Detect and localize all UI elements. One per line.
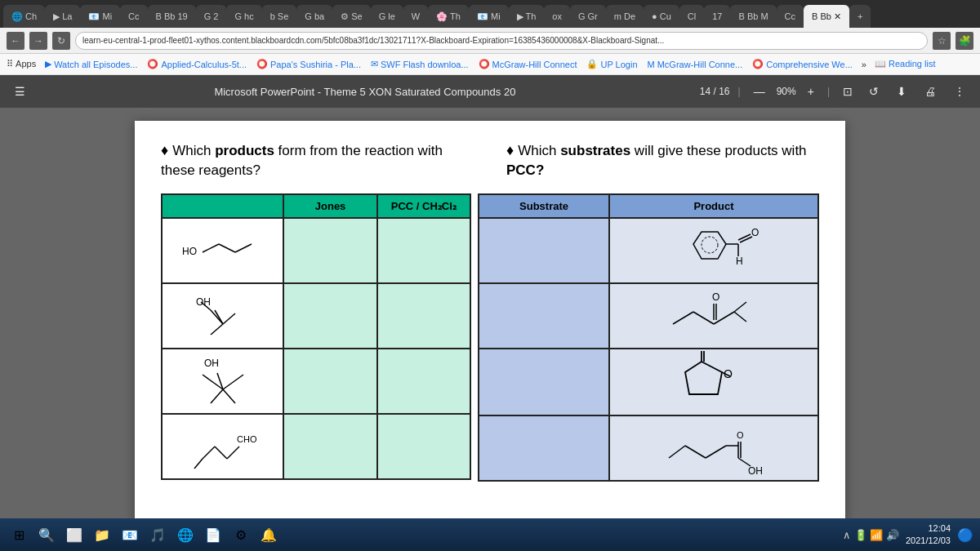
mcgraw1-icon: ⭕ [479,59,490,69]
svg-text:O: O [712,291,719,303]
bookmark-swf-label: SWF Flash downloa... [381,60,469,69]
tab-la[interactable]: ▶ La [45,5,80,28]
compound-cell-1: HO [162,218,283,283]
tab-w[interactable]: W [403,5,428,28]
svg-text:OH: OH [748,465,763,477]
bullet-left: ♦ [161,142,172,158]
bookmark-comp[interactable]: ⭕ Comprehensive We... [748,57,857,71]
svg-line-13 [223,375,243,389]
zoom-minus-button[interactable]: — [749,83,770,100]
reading-list[interactable]: 📖 Reading list [875,59,936,69]
rotate-button[interactable]: ↺ [864,83,884,100]
bookmark-up[interactable]: 🔒 UP Login [582,57,641,71]
taskbar-search-icon[interactable]: 🔍 [34,522,59,547]
tab-bb19[interactable]: B Bb 19 [148,5,196,28]
pcc-header: PCC / CH₂Cl₂ [377,194,470,218]
svg-marker-38 [685,362,722,394]
tab-cl[interactable]: Cl [679,5,704,28]
table-row: O [479,283,818,349]
reagents-table: Jones PCC / CH₂Cl₂ HO [161,193,471,480]
tab-bbm[interactable]: B Bb M [730,5,776,28]
fit-button[interactable]: ⊡ [838,83,858,100]
tab-bse[interactable]: b Se [262,5,297,28]
refresh-button[interactable]: ↻ [52,32,70,50]
tab-ch[interactable]: 🌐 Ch [3,5,45,28]
up-icon: 🔒 [586,59,598,69]
tab-cc1[interactable]: Cc [120,5,147,28]
bookmark-mcgraw2[interactable]: M McGraw-Hill Conne... [644,58,747,71]
svg-line-20 [194,459,203,469]
taskbar-notify-icon[interactable]: 🔔 [256,522,281,547]
bookmark-swf[interactable]: ✉ SWF Flash downloa... [367,57,473,71]
taskbar-email-icon[interactable]: 📧 [118,522,142,547]
tab-gr[interactable]: G Gr [570,5,606,28]
compound-cell-3: OH [162,349,283,414]
product-cell-2: O [609,283,818,349]
tab-gba[interactable]: G ba [296,5,332,28]
swf-icon: ✉ [371,59,378,69]
star-button[interactable]: ☆ [933,32,951,50]
tab-se[interactable]: ⚙ Se [332,5,371,28]
tab-cc2[interactable]: Cc [777,5,804,28]
taskbar-files-icon[interactable]: 📁 [90,522,114,547]
svg-line-36 [734,312,746,322]
download-button[interactable]: ⬇ [892,83,911,100]
more-options-button[interactable]: ⋮ [949,83,970,100]
print-button[interactable]: 🖨 [920,83,941,100]
taskbar-spotify-icon[interactable]: 🎵 [145,522,170,547]
svg-line-17 [203,447,215,459]
taskbar-chrome-icon[interactable]: 🌐 [173,522,198,547]
forward-button[interactable]: → [29,32,47,50]
benzaldehyde-structure: O H [610,219,817,282]
apps-label: ⠿ Apps [7,59,36,69]
tab-ox[interactable]: ox [544,5,570,28]
table-row: OH [162,283,470,349]
tab-bb-active[interactable]: B Bb ✕ [804,5,849,28]
bullet-right: ♦ [506,142,518,158]
tab-th2[interactable]: ▶ Th [509,5,545,28]
tab-gle[interactable]: G le [371,5,403,28]
start-button[interactable]: ⊞ [7,522,31,547]
jones-cell-4 [283,414,376,479]
notification-icon[interactable]: 🔵 [957,527,973,543]
calculus-icon: ⭕ [147,59,158,69]
svg-text:H: H [736,256,743,267]
svg-line-43 [669,446,685,458]
tab-th1[interactable]: 🌸 Th [428,5,469,28]
svg-line-18 [215,447,227,459]
system-tray: ∧ 🔋 📶 🔊 [843,529,899,541]
ppt-toolbar: ☰ Microsoft PowerPoint - Theme 5 XON Sat… [0,75,980,108]
tab-de[interactable]: m De [606,5,644,28]
page-count: 14 / 16 [700,86,730,97]
tab-17[interactable]: 17 [704,5,730,28]
taskbar-settings-icon[interactable]: ⚙ [229,522,253,547]
tables-row: Jones PCC / CH₂Cl₂ HO [161,193,819,482]
address-box[interactable]: learn-eu-central-1-prod-fleet01-xythos.c… [75,32,928,50]
taskbar-acrobat-icon[interactable]: 📄 [201,522,225,547]
more-bookmarks[interactable]: » [862,60,866,69]
tab-ghc[interactable]: G hc [226,5,261,28]
pcc-cell-2 [377,283,470,349]
tab-g2[interactable]: G 2 [196,5,227,28]
menu-button[interactable]: ☰ [10,83,30,100]
zoom-plus-button[interactable]: + [803,83,819,100]
svg-text:O: O [737,430,744,440]
compound-cell-4: CHO [162,414,283,479]
bookmark-sushiria[interactable]: ⭕ Papa's Sushiria - Pla... [252,57,365,71]
tab-cu[interactable]: ● Cu [644,5,679,28]
bookmark-mcgraw1[interactable]: ⭕ McGraw-Hill Connect [474,57,581,71]
tab-mi1[interactable]: 📧 Mi [80,5,120,28]
bookmark-calculus[interactable]: ⭕ Applied-Calculus-5t... [143,57,251,71]
taskbar-taskview-icon[interactable]: ⬜ [62,522,87,547]
structure-3: OH [163,349,283,413]
extension-button[interactable]: 🧩 [956,32,973,50]
svg-text:O: O [751,227,759,238]
back-button[interactable]: ← [7,32,24,50]
bookmark-up-label: UP Login [600,60,637,69]
tab-new[interactable]: + [849,5,871,28]
slide: ♦ Which products form from the reaction … [135,121,845,521]
svg-line-2 [219,244,235,252]
bookmark-watch[interactable]: ▶ Watch all Episodes... [41,57,141,71]
clock[interactable]: 12:04 2021/12/03 [906,522,951,548]
tab-mi2[interactable]: 📧 Mi [469,5,509,28]
